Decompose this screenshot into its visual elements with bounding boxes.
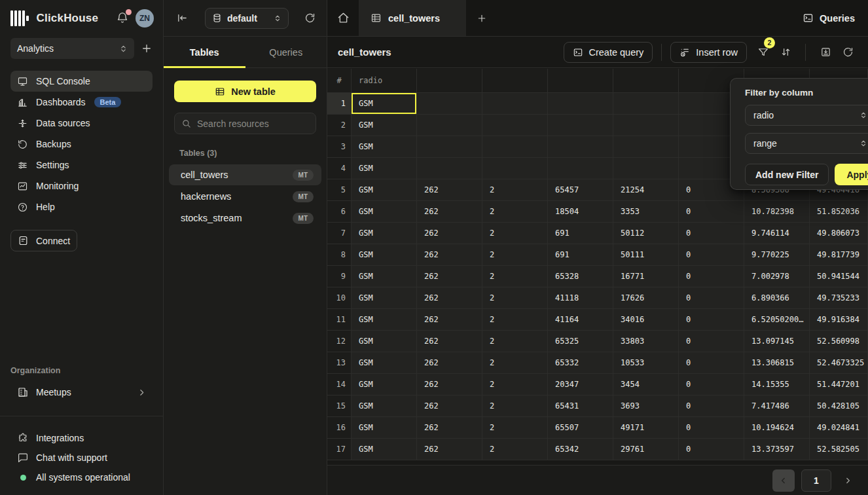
grid-cell[interactable] — [482, 158, 548, 179]
grid-cell[interactable] — [548, 93, 613, 115]
database-select[interactable]: default — [205, 8, 289, 29]
grid-cell[interactable]: 262 — [417, 395, 482, 417]
grid-cell[interactable]: 10 — [327, 287, 352, 309]
grid-cell[interactable]: 4 — [327, 158, 352, 179]
grid-cell[interactable]: 9.746114 — [744, 223, 810, 244]
grid-cell[interactable]: 2 — [482, 244, 548, 266]
grid-cell[interactable]: GSM — [352, 417, 417, 439]
grid-cell[interactable]: 13.373597 — [744, 439, 810, 460]
grid-cell[interactable]: 1 — [327, 93, 352, 115]
table-list-item-hackernews[interactable]: hackernewsMT — [169, 186, 321, 207]
grid-cell[interactable]: GSM — [352, 223, 417, 244]
grid-cell[interactable]: 65332 — [548, 352, 613, 374]
prev-page-button[interactable] — [772, 469, 795, 492]
sidebar-item-meetups[interactable]: Meetups — [10, 382, 153, 403]
grid-cell[interactable]: 2 — [482, 395, 548, 417]
grid-cell[interactable]: 0 — [679, 331, 744, 352]
grid-cell[interactable]: 13.097145 — [744, 331, 810, 352]
grid-cell[interactable]: 2 — [482, 266, 548, 287]
grid-cell[interactable]: 65328 — [548, 266, 613, 287]
explorer-tab-tables[interactable]: Tables — [164, 37, 245, 67]
grid-cell[interactable]: 10533 — [613, 352, 679, 374]
grid-cell[interactable]: GSM — [352, 352, 417, 374]
grid-cell[interactable]: 262 — [417, 439, 482, 460]
grid-cell[interactable]: 0 — [679, 266, 744, 287]
refresh-tables-icon[interactable] — [304, 12, 316, 24]
grid-cell[interactable] — [548, 136, 613, 158]
grid-cell[interactable]: 2 — [482, 417, 548, 439]
grid-cell[interactable]: 49.024841 — [810, 417, 868, 439]
grid-cell[interactable]: GSM — [352, 395, 417, 417]
grid-cell[interactable]: 20347 — [548, 374, 613, 395]
grid-cell[interactable] — [613, 136, 679, 158]
grid-cell[interactable]: 0 — [679, 439, 744, 460]
grid-cell[interactable]: 65507 — [548, 417, 613, 439]
filter-button[interactable]: 2 — [752, 42, 774, 63]
next-page-button[interactable] — [838, 469, 858, 492]
grid-cell[interactable]: 7.002978 — [744, 266, 810, 287]
sidebar-item-help[interactable]: Help — [10, 196, 153, 217]
home-icon[interactable] — [327, 0, 359, 36]
add-filter-button[interactable]: Add new Filter — [745, 164, 829, 185]
grid-cell[interactable]: 0 — [679, 309, 744, 331]
grid-cell[interactable]: GSM — [352, 201, 417, 223]
grid-cell[interactable]: 41164 — [548, 309, 613, 331]
grid-cell[interactable]: 262 — [417, 374, 482, 395]
grid-cell[interactable] — [417, 158, 482, 179]
grid-cell[interactable]: 2 — [482, 287, 548, 309]
footer-item-all-systems-operational[interactable]: All systems operational — [0, 468, 163, 487]
grid-cell[interactable]: 16771 — [613, 266, 679, 287]
grid-cell[interactable]: 2 — [482, 374, 548, 395]
grid-cell[interactable]: 3454 — [613, 374, 679, 395]
grid-cell[interactable]: 2 — [327, 115, 352, 136]
grid-cell[interactable]: 29761 — [613, 439, 679, 460]
connect-button[interactable]: Connect — [10, 230, 77, 251]
grid-cell[interactable]: 2 — [482, 201, 548, 223]
create-query-button[interactable]: Create query — [564, 42, 653, 63]
grid-cell[interactable]: 691 — [548, 223, 613, 244]
grid-cell[interactable]: 262 — [417, 352, 482, 374]
grid-cell[interactable]: 50112 — [613, 223, 679, 244]
grid-cell[interactable]: 0 — [679, 223, 744, 244]
grid-cell[interactable] — [613, 93, 679, 115]
grid-cell[interactable]: GSM — [352, 179, 417, 201]
grid-cell[interactable]: 10.194624 — [744, 417, 810, 439]
grid-cell[interactable]: GSM — [352, 439, 417, 460]
grid-cell[interactable]: 9.770225 — [744, 244, 810, 266]
grid-cell[interactable]: GSM — [352, 93, 417, 115]
filter-column-select[interactable]: radio — [745, 105, 868, 126]
grid-cell[interactable]: 6.890366 — [744, 287, 810, 309]
grid-cell[interactable]: 262 — [417, 223, 482, 244]
grid-cell[interactable]: 3 — [327, 136, 352, 158]
grid-cell[interactable] — [548, 115, 613, 136]
grid-cell[interactable]: 52.582505 — [810, 439, 868, 460]
grid-cell[interactable]: 0 — [679, 244, 744, 266]
grid-cell[interactable]: 65325 — [548, 331, 613, 352]
sidebar-item-backups[interactable]: Backups — [10, 134, 153, 155]
grid-cell[interactable] — [417, 115, 482, 136]
grid-cell[interactable]: GSM — [352, 158, 417, 179]
grid-cell[interactable]: 2 — [482, 223, 548, 244]
grid-cell[interactable]: 262 — [417, 266, 482, 287]
grid-cell[interactable]: 34016 — [613, 309, 679, 331]
grid-cell[interactable]: 0 — [679, 201, 744, 223]
grid-cell[interactable] — [482, 93, 548, 115]
grid-cell[interactable]: 0 — [679, 287, 744, 309]
add-organization-button[interactable] — [141, 43, 153, 54]
table-list-item-stocks_stream[interactable]: stocks_streamMT — [169, 208, 321, 229]
grid-cell[interactable]: 262 — [417, 179, 482, 201]
organization-select[interactable]: Analytics — [10, 38, 134, 59]
grid-cell[interactable]: 49.916384 — [810, 309, 868, 331]
grid-cell[interactable]: GSM — [352, 266, 417, 287]
grid-cell[interactable] — [417, 136, 482, 158]
filter-column-select[interactable]: range — [745, 133, 868, 154]
sidebar-item-data-sources[interactable]: Data sources — [10, 113, 153, 134]
grid-cell[interactable] — [482, 115, 548, 136]
sidebar-item-sql-console[interactable]: SQL Console — [10, 71, 153, 92]
sidebar-item-settings[interactable]: Settings — [10, 155, 153, 175]
grid-cell[interactable]: 33803 — [613, 331, 679, 352]
grid-cell[interactable]: 51.852036 — [810, 201, 868, 223]
grid-cell[interactable]: 3693 — [613, 395, 679, 417]
queries-button[interactable]: Queries — [789, 0, 868, 36]
grid-cell[interactable]: 50.941544 — [810, 266, 868, 287]
